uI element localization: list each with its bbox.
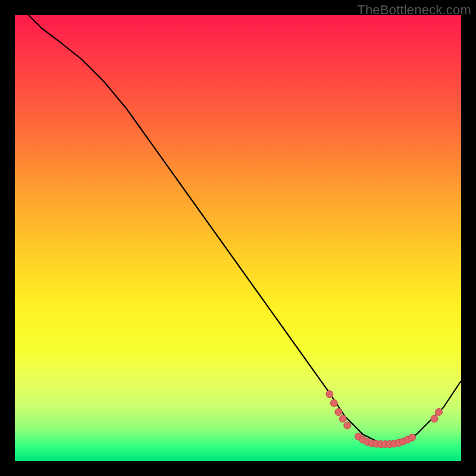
curve-marker	[326, 391, 333, 398]
curve-marker	[409, 434, 416, 441]
curve-marker	[404, 436, 411, 443]
curve-marker	[386, 441, 393, 448]
curve-marker	[355, 433, 362, 440]
bottleneck-curve	[29, 15, 462, 443]
curve-marker	[431, 415, 438, 422]
chart-frame: TheBottleneck.com	[0, 0, 476, 476]
curve-marker	[400, 438, 407, 445]
curve-marker	[382, 441, 389, 448]
curve-marker	[344, 422, 351, 429]
curve-marker	[368, 440, 375, 447]
curve-marker	[436, 409, 443, 416]
attribution-label: TheBottleneck.com	[357, 2, 471, 18]
curve-marker	[335, 409, 342, 416]
curve-marker	[339, 415, 346, 422]
curve-marker	[330, 400, 337, 407]
curve-marker	[359, 436, 367, 443]
curve-marker	[364, 439, 371, 446]
curve-marker	[391, 440, 398, 447]
curve-markers	[326, 391, 443, 448]
curve-marker	[373, 440, 380, 447]
curve-svg	[15, 15, 461, 461]
plot-area	[15, 15, 461, 461]
curve-marker	[377, 441, 384, 448]
curve-marker	[395, 439, 402, 446]
